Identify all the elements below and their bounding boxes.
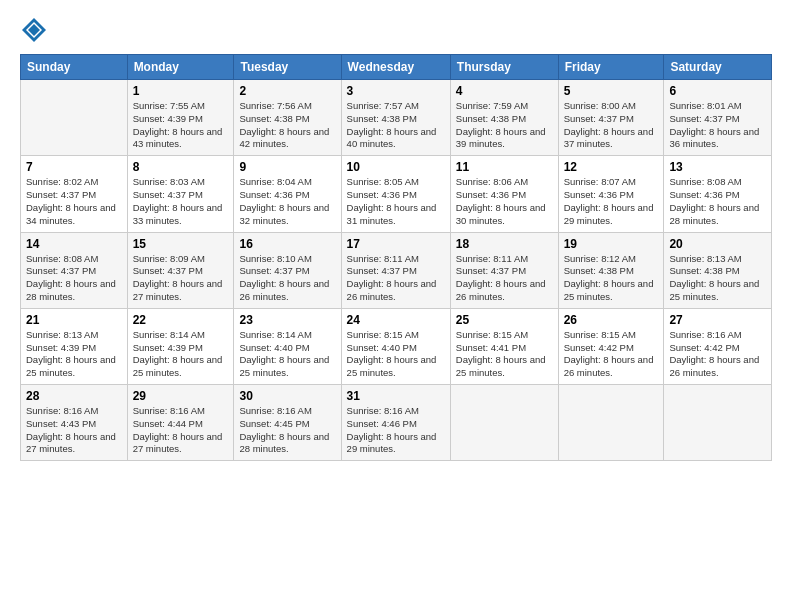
day-info: Sunrise: 8:02 AMSunset: 4:37 PMDaylight:… xyxy=(26,176,122,227)
day-info: Sunrise: 7:55 AMSunset: 4:39 PMDaylight:… xyxy=(133,100,229,151)
day-cell xyxy=(21,80,128,156)
day-number: 5 xyxy=(564,84,659,98)
day-info: Sunrise: 8:16 AMSunset: 4:44 PMDaylight:… xyxy=(133,405,229,456)
calendar-table: SundayMondayTuesdayWednesdayThursdayFrid… xyxy=(20,54,772,461)
day-number: 7 xyxy=(26,160,122,174)
day-info: Sunrise: 8:06 AMSunset: 4:36 PMDaylight:… xyxy=(456,176,553,227)
day-info: Sunrise: 8:01 AMSunset: 4:37 PMDaylight:… xyxy=(669,100,766,151)
day-info: Sunrise: 8:05 AMSunset: 4:36 PMDaylight:… xyxy=(347,176,445,227)
day-cell xyxy=(558,385,664,461)
day-cell: 11Sunrise: 8:06 AMSunset: 4:36 PMDayligh… xyxy=(450,156,558,232)
day-info: Sunrise: 8:14 AMSunset: 4:39 PMDaylight:… xyxy=(133,329,229,380)
day-number: 2 xyxy=(239,84,335,98)
day-cell: 31Sunrise: 8:16 AMSunset: 4:46 PMDayligh… xyxy=(341,385,450,461)
day-info: Sunrise: 8:15 AMSunset: 4:41 PMDaylight:… xyxy=(456,329,553,380)
day-number: 26 xyxy=(564,313,659,327)
col-header-friday: Friday xyxy=(558,55,664,80)
day-info: Sunrise: 8:08 AMSunset: 4:36 PMDaylight:… xyxy=(669,176,766,227)
day-cell xyxy=(664,385,772,461)
day-info: Sunrise: 8:11 AMSunset: 4:37 PMDaylight:… xyxy=(347,253,445,304)
week-row-0: 1Sunrise: 7:55 AMSunset: 4:39 PMDaylight… xyxy=(21,80,772,156)
day-info: Sunrise: 8:15 AMSunset: 4:40 PMDaylight:… xyxy=(347,329,445,380)
logo-icon xyxy=(20,16,48,44)
day-info: Sunrise: 8:16 AMSunset: 4:42 PMDaylight:… xyxy=(669,329,766,380)
day-number: 29 xyxy=(133,389,229,403)
day-number: 25 xyxy=(456,313,553,327)
day-info: Sunrise: 8:13 AMSunset: 4:39 PMDaylight:… xyxy=(26,329,122,380)
day-cell: 14Sunrise: 8:08 AMSunset: 4:37 PMDayligh… xyxy=(21,232,128,308)
day-number: 6 xyxy=(669,84,766,98)
day-cell: 19Sunrise: 8:12 AMSunset: 4:38 PMDayligh… xyxy=(558,232,664,308)
day-cell: 30Sunrise: 8:16 AMSunset: 4:45 PMDayligh… xyxy=(234,385,341,461)
day-cell: 26Sunrise: 8:15 AMSunset: 4:42 PMDayligh… xyxy=(558,308,664,384)
day-info: Sunrise: 8:08 AMSunset: 4:37 PMDaylight:… xyxy=(26,253,122,304)
day-cell: 3Sunrise: 7:57 AMSunset: 4:38 PMDaylight… xyxy=(341,80,450,156)
day-number: 30 xyxy=(239,389,335,403)
day-cell: 28Sunrise: 8:16 AMSunset: 4:43 PMDayligh… xyxy=(21,385,128,461)
day-number: 4 xyxy=(456,84,553,98)
day-number: 10 xyxy=(347,160,445,174)
day-cell: 9Sunrise: 8:04 AMSunset: 4:36 PMDaylight… xyxy=(234,156,341,232)
col-header-thursday: Thursday xyxy=(450,55,558,80)
day-number: 13 xyxy=(669,160,766,174)
day-number: 22 xyxy=(133,313,229,327)
day-cell: 6Sunrise: 8:01 AMSunset: 4:37 PMDaylight… xyxy=(664,80,772,156)
day-number: 8 xyxy=(133,160,229,174)
day-info: Sunrise: 8:15 AMSunset: 4:42 PMDaylight:… xyxy=(564,329,659,380)
col-header-monday: Monday xyxy=(127,55,234,80)
day-cell xyxy=(450,385,558,461)
day-number: 14 xyxy=(26,237,122,251)
day-cell: 15Sunrise: 8:09 AMSunset: 4:37 PMDayligh… xyxy=(127,232,234,308)
day-info: Sunrise: 8:12 AMSunset: 4:38 PMDaylight:… xyxy=(564,253,659,304)
day-info: Sunrise: 8:09 AMSunset: 4:37 PMDaylight:… xyxy=(133,253,229,304)
week-row-4: 28Sunrise: 8:16 AMSunset: 4:43 PMDayligh… xyxy=(21,385,772,461)
day-cell: 8Sunrise: 8:03 AMSunset: 4:37 PMDaylight… xyxy=(127,156,234,232)
day-info: Sunrise: 8:10 AMSunset: 4:37 PMDaylight:… xyxy=(239,253,335,304)
day-number: 18 xyxy=(456,237,553,251)
page: SundayMondayTuesdayWednesdayThursdayFrid… xyxy=(0,0,792,612)
week-row-3: 21Sunrise: 8:13 AMSunset: 4:39 PMDayligh… xyxy=(21,308,772,384)
day-info: Sunrise: 8:03 AMSunset: 4:37 PMDaylight:… xyxy=(133,176,229,227)
day-cell: 20Sunrise: 8:13 AMSunset: 4:38 PMDayligh… xyxy=(664,232,772,308)
day-info: Sunrise: 8:00 AMSunset: 4:37 PMDaylight:… xyxy=(564,100,659,151)
day-cell: 21Sunrise: 8:13 AMSunset: 4:39 PMDayligh… xyxy=(21,308,128,384)
day-info: Sunrise: 8:14 AMSunset: 4:40 PMDaylight:… xyxy=(239,329,335,380)
day-number: 11 xyxy=(456,160,553,174)
day-cell: 18Sunrise: 8:11 AMSunset: 4:37 PMDayligh… xyxy=(450,232,558,308)
day-number: 28 xyxy=(26,389,122,403)
header xyxy=(20,16,772,44)
day-number: 1 xyxy=(133,84,229,98)
day-info: Sunrise: 8:04 AMSunset: 4:36 PMDaylight:… xyxy=(239,176,335,227)
day-info: Sunrise: 7:57 AMSunset: 4:38 PMDaylight:… xyxy=(347,100,445,151)
day-cell: 12Sunrise: 8:07 AMSunset: 4:36 PMDayligh… xyxy=(558,156,664,232)
day-info: Sunrise: 8:07 AMSunset: 4:36 PMDaylight:… xyxy=(564,176,659,227)
day-cell: 16Sunrise: 8:10 AMSunset: 4:37 PMDayligh… xyxy=(234,232,341,308)
day-info: Sunrise: 8:16 AMSunset: 4:46 PMDaylight:… xyxy=(347,405,445,456)
col-header-tuesday: Tuesday xyxy=(234,55,341,80)
day-info: Sunrise: 7:59 AMSunset: 4:38 PMDaylight:… xyxy=(456,100,553,151)
header-row: SundayMondayTuesdayWednesdayThursdayFrid… xyxy=(21,55,772,80)
logo xyxy=(20,16,52,44)
day-cell: 22Sunrise: 8:14 AMSunset: 4:39 PMDayligh… xyxy=(127,308,234,384)
day-info: Sunrise: 8:13 AMSunset: 4:38 PMDaylight:… xyxy=(669,253,766,304)
day-cell: 24Sunrise: 8:15 AMSunset: 4:40 PMDayligh… xyxy=(341,308,450,384)
day-cell: 4Sunrise: 7:59 AMSunset: 4:38 PMDaylight… xyxy=(450,80,558,156)
day-cell: 10Sunrise: 8:05 AMSunset: 4:36 PMDayligh… xyxy=(341,156,450,232)
day-cell: 17Sunrise: 8:11 AMSunset: 4:37 PMDayligh… xyxy=(341,232,450,308)
day-number: 23 xyxy=(239,313,335,327)
day-number: 20 xyxy=(669,237,766,251)
day-number: 31 xyxy=(347,389,445,403)
day-cell: 5Sunrise: 8:00 AMSunset: 4:37 PMDaylight… xyxy=(558,80,664,156)
day-info: Sunrise: 8:16 AMSunset: 4:43 PMDaylight:… xyxy=(26,405,122,456)
day-cell: 2Sunrise: 7:56 AMSunset: 4:38 PMDaylight… xyxy=(234,80,341,156)
day-number: 3 xyxy=(347,84,445,98)
day-cell: 1Sunrise: 7:55 AMSunset: 4:39 PMDaylight… xyxy=(127,80,234,156)
day-info: Sunrise: 8:16 AMSunset: 4:45 PMDaylight:… xyxy=(239,405,335,456)
day-number: 16 xyxy=(239,237,335,251)
day-number: 24 xyxy=(347,313,445,327)
day-cell: 25Sunrise: 8:15 AMSunset: 4:41 PMDayligh… xyxy=(450,308,558,384)
col-header-wednesday: Wednesday xyxy=(341,55,450,80)
week-row-2: 14Sunrise: 8:08 AMSunset: 4:37 PMDayligh… xyxy=(21,232,772,308)
day-number: 21 xyxy=(26,313,122,327)
week-row-1: 7Sunrise: 8:02 AMSunset: 4:37 PMDaylight… xyxy=(21,156,772,232)
